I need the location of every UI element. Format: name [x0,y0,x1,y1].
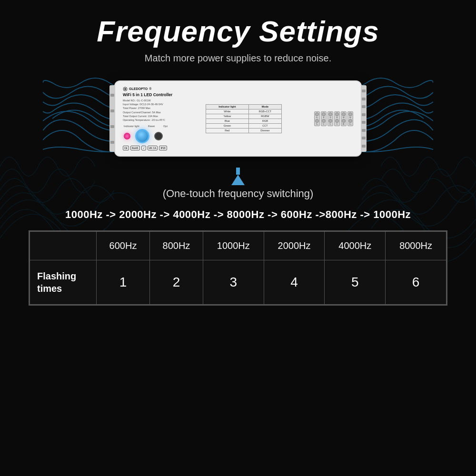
device-area: INPUT GLEDOPTO® WiFi 5 in 1 LED Controll… [43,73,433,164]
mode-table-area: Indicator light Mode White RGB+CCT Yello… [206,104,282,133]
table-header-row: 600Hz 800Hz 1000Hz 2000Hz 4000Hz 8000Hz [30,232,446,260]
reset-button[interactable] [135,129,149,143]
table-header-1000hz: 1000Hz [203,232,264,260]
frequency-chain: 1000Hz -> 2000Hz -> 4000Hz -> 8000Hz -> … [65,208,411,221]
controller-specs: Model NO.: GL-C-001W Input Voltage: DC12… [123,99,206,122]
flash-count-2: 2 [149,260,203,305]
table-header-8000hz: 8000Hz [386,232,446,260]
page-title: Frequency Settings [97,14,379,48]
row-label: Flashing times [30,260,97,305]
certification-logos: CE RoHS ✓ UK CA IP20 [123,146,206,150]
frequency-table: 600Hz 800Hz 1000Hz 2000Hz 4000Hz 8000Hz … [30,231,446,305]
table-header-2000hz: 2000Hz [264,232,325,260]
frequency-table-wrapper: 600Hz 800Hz 1000Hz 2000Hz 4000Hz 8000Hz … [29,230,447,306]
flash-count-5: 5 [325,260,386,305]
table-header-600hz: 600Hz [97,232,150,260]
controller-info: GLEDOPTO® WiFi 5 in 1 LED Controller Mod… [120,87,206,151]
flash-count-4: 4 [264,260,325,305]
output-terminals: V+ V+ R V- G V- [282,111,356,126]
flash-count-3: 3 [203,260,264,305]
svg-point-1 [124,88,126,90]
table-data-row: Flashing times 1 2 3 4 5 6 [30,260,446,305]
flash-count-6: 6 [386,260,446,305]
mode-table: Indicator light Mode White RGB+CCT Yello… [206,104,282,133]
table-header-empty [30,232,97,260]
output-connector [361,85,367,152]
flash-count-1: 1 [97,260,150,305]
opt-button[interactable] [154,132,163,140]
model-name: WiFi 5 in 1 LED Controller [123,92,206,97]
one-touch-label: (One-touch frequency switching) [163,188,314,200]
page-subtitle: Match more power supplies to reduce nois… [145,53,331,64]
indicator-light [124,133,130,139]
table-header-4000hz: 4000Hz [325,232,386,260]
input-connector [109,85,115,152]
controller-bottom: Indicator light Reset Opt [123,125,206,143]
arrow-indicator [231,168,245,185]
table-header-800hz: 800Hz [149,232,203,260]
brand-logo: GLEDOPTO® [123,87,206,91]
led-controller: INPUT GLEDOPTO® WiFi 5 in 1 LED Controll… [114,80,362,157]
